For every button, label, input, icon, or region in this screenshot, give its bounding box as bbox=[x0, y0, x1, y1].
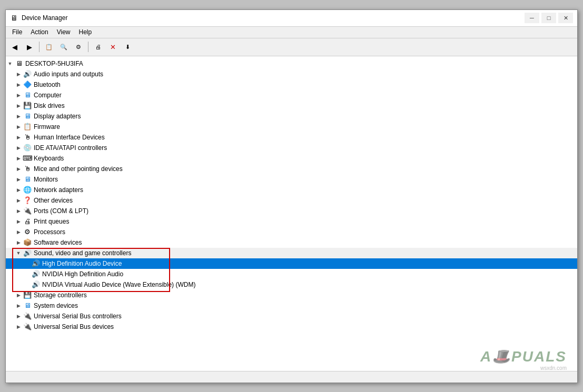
back-button[interactable]: ◀ bbox=[8, 40, 22, 54]
soundvideo-label: Sound, video and game controllers bbox=[34, 249, 131, 257]
tree-item-soundvideo[interactable]: ▼ 🔊 Sound, video and game controllers bbox=[6, 248, 577, 258]
tree-item-keyboards[interactable]: ▶ ⌨ Keyboards bbox=[6, 153, 577, 164]
menu-action[interactable]: Action bbox=[26, 27, 52, 37]
toolbar-download[interactable]: ⬇ bbox=[121, 40, 134, 54]
window-title: Device Manager bbox=[22, 14, 67, 22]
monitors-icon: 🖥 bbox=[23, 175, 32, 184]
menu-file[interactable]: File bbox=[8, 27, 26, 37]
tree-item-printqueues[interactable]: ▶ 🖨 Print queues bbox=[6, 216, 577, 227]
tree-item-audio[interactable]: ▶ 🔊 Audio inputs and outputs bbox=[6, 69, 577, 79]
displayadapters-icon: 🖥 bbox=[23, 112, 32, 120]
nvidia-hd-icon: 🔊 bbox=[31, 270, 41, 278]
diskdrives-label: Disk drives bbox=[34, 102, 65, 109]
soundvideo-icon: 🔊 bbox=[23, 249, 32, 257]
tree-item-hd-audio[interactable]: 🔊 High Definition Audio Device bbox=[6, 258, 577, 269]
tree-item-diskdrives[interactable]: ▶ 💾 Disk drives bbox=[6, 100, 577, 111]
systemdevices-icon: 🖥 bbox=[23, 301, 32, 310]
tree-item-storage[interactable]: ▶ 💾 Storage controllers bbox=[6, 290, 577, 300]
menu-help[interactable]: Help bbox=[75, 27, 96, 37]
mice-toggle[interactable]: ▶ bbox=[14, 165, 23, 173]
root-label: DESKTOP-5HU3IFA bbox=[25, 60, 83, 67]
tree-item-bluetooth[interactable]: ▶ 🔷 Bluetooth bbox=[6, 79, 577, 90]
tree-item-displayadapters[interactable]: ▶ 🖥 Display adapters bbox=[6, 111, 577, 122]
usb-controllers-toggle[interactable]: ▶ bbox=[14, 312, 23, 320]
toolbar-delete[interactable]: ✕ bbox=[106, 40, 120, 54]
tree-item-hid[interactable]: ▶ 🖱 Human Interface Devices bbox=[6, 132, 577, 143]
toolbar-print[interactable]: 🖨 bbox=[91, 40, 105, 54]
tree-item-computer[interactable]: ▶ 🖥 Computer bbox=[6, 90, 577, 100]
mice-icon: 🖱 bbox=[23, 165, 32, 173]
printqueues-label: Print queues bbox=[34, 218, 69, 225]
minimize-button[interactable]: ─ bbox=[525, 13, 539, 23]
otherdevices-toggle[interactable]: ▶ bbox=[14, 196, 23, 205]
nvidia-virtual-toggle bbox=[23, 280, 31, 289]
mice-label: Mice and other pointing devices bbox=[34, 165, 123, 173]
forward-button[interactable]: ▶ bbox=[23, 40, 36, 54]
ports-icon: 🔌 bbox=[23, 207, 32, 215]
softwaredevices-toggle[interactable]: ▶ bbox=[14, 238, 23, 247]
tree-item-firmware[interactable]: ▶ 📋 Firmware bbox=[6, 122, 577, 132]
device-manager-window: 🖥 Device Manager ─ □ ✕ File Action View … bbox=[5, 9, 578, 383]
tree-item-mice[interactable]: ▶ 🖱 Mice and other pointing devices bbox=[6, 164, 577, 174]
audio-toggle[interactable]: ▶ bbox=[14, 70, 23, 78]
systemdevices-toggle[interactable]: ▶ bbox=[14, 301, 23, 310]
toolbar-properties[interactable]: 📋 bbox=[42, 40, 56, 54]
diskdrives-toggle[interactable]: ▶ bbox=[14, 102, 23, 110]
hd-audio-toggle bbox=[23, 259, 31, 268]
bluetooth-label: Bluetooth bbox=[34, 81, 61, 88]
toolbar-sep-1 bbox=[39, 42, 39, 52]
sound-group-container: ▼ 🔊 Sound, video and game controllers 🔊 … bbox=[6, 248, 577, 290]
tree-item-ide[interactable]: ▶ 💿 IDE ATA/ATAPI controllers bbox=[6, 143, 577, 153]
maximize-button[interactable]: □ bbox=[541, 13, 556, 23]
close-button[interactable]: ✕ bbox=[558, 13, 573, 23]
storage-toggle[interactable]: ▶ bbox=[14, 291, 23, 299]
processors-label: Processors bbox=[34, 228, 65, 236]
tree-item-network[interactable]: ▶ 🌐 Network adapters bbox=[6, 185, 577, 195]
tree-item-usb-controllers[interactable]: ▶ 🔌 Universal Serial Bus controllers bbox=[6, 311, 577, 321]
toolbar-search[interactable]: 🔍 bbox=[57, 40, 71, 54]
otherdevices-label: Other devices bbox=[34, 197, 73, 204]
tree-item-nvidia-virtual[interactable]: 🔊 NVIDIA Virtual Audio Device (Wave Exte… bbox=[6, 279, 577, 290]
softwaredevices-icon: 📦 bbox=[23, 238, 32, 247]
audio-label: Audio inputs and outputs bbox=[34, 71, 103, 78]
tree-item-softwaredevices[interactable]: ▶ 📦 Software devices bbox=[6, 237, 577, 248]
usb-devices-toggle[interactable]: ▶ bbox=[14, 323, 23, 331]
hid-icon: 🖱 bbox=[23, 133, 32, 142]
window-icon: 🖥 bbox=[10, 14, 18, 22]
tree-item-otherdevices[interactable]: ▶ ❓ Other devices bbox=[6, 195, 577, 206]
ide-label: IDE ATA/ATAPI controllers bbox=[34, 144, 107, 152]
hd-audio-icon: 🔊 bbox=[31, 259, 41, 268]
network-toggle[interactable]: ▶ bbox=[14, 186, 23, 194]
menu-view[interactable]: View bbox=[53, 27, 75, 37]
tree-item-nvidia-hd[interactable]: 🔊 NVIDIA High Definition Audio bbox=[6, 269, 577, 279]
hid-toggle[interactable]: ▶ bbox=[14, 133, 23, 142]
tree-item-monitors[interactable]: ▶ 🖥 Monitors bbox=[6, 174, 577, 185]
bluetooth-toggle[interactable]: ▶ bbox=[14, 81, 23, 89]
ports-toggle[interactable]: ▶ bbox=[14, 207, 23, 215]
softwaredevices-label: Software devices bbox=[34, 239, 82, 246]
toolbar-settings[interactable]: ⚙ bbox=[72, 40, 85, 54]
diskdrives-icon: 💾 bbox=[23, 102, 32, 110]
root-toggle[interactable]: ▼ bbox=[6, 59, 14, 68]
nvidia-hd-toggle bbox=[23, 270, 31, 278]
device-tree-panel[interactable]: ▼ 🖥 DESKTOP-5HU3IFA ▶ 🔊 Audio inputs and… bbox=[6, 56, 577, 371]
soundvideo-toggle[interactable]: ▼ bbox=[14, 249, 23, 257]
monitors-toggle[interactable]: ▶ bbox=[14, 175, 23, 184]
usb-devices-icon: 🔌 bbox=[23, 323, 32, 331]
keyboards-label: Keyboards bbox=[34, 155, 64, 162]
tree-root[interactable]: ▼ 🖥 DESKTOP-5HU3IFA bbox=[6, 58, 577, 69]
ide-toggle[interactable]: ▶ bbox=[14, 144, 23, 152]
tree-item-usb-devices[interactable]: ▶ 🔌 Universal Serial Bus devices bbox=[6, 321, 577, 332]
toolbar: ◀ ▶ 📋 🔍 ⚙ 🖨 ✕ ⬇ bbox=[6, 38, 577, 56]
title-controls: ─ □ ✕ bbox=[525, 13, 573, 23]
nvidia-hd-label: NVIDIA High Definition Audio bbox=[42, 270, 123, 278]
tree-item-processors[interactable]: ▶ ⚙ Processors bbox=[6, 227, 577, 237]
processors-toggle[interactable]: ▶ bbox=[14, 228, 23, 236]
displayadapters-toggle[interactable]: ▶ bbox=[14, 112, 23, 120]
tree-item-systemdevices[interactable]: ▶ 🖥 System devices bbox=[6, 300, 577, 311]
firmware-toggle[interactable]: ▶ bbox=[14, 123, 23, 131]
keyboards-toggle[interactable]: ▶ bbox=[14, 154, 23, 163]
tree-item-ports[interactable]: ▶ 🔌 Ports (COM & LPT) bbox=[6, 206, 577, 216]
computer-toggle[interactable]: ▶ bbox=[14, 91, 23, 99]
printqueues-toggle[interactable]: ▶ bbox=[14, 217, 23, 226]
